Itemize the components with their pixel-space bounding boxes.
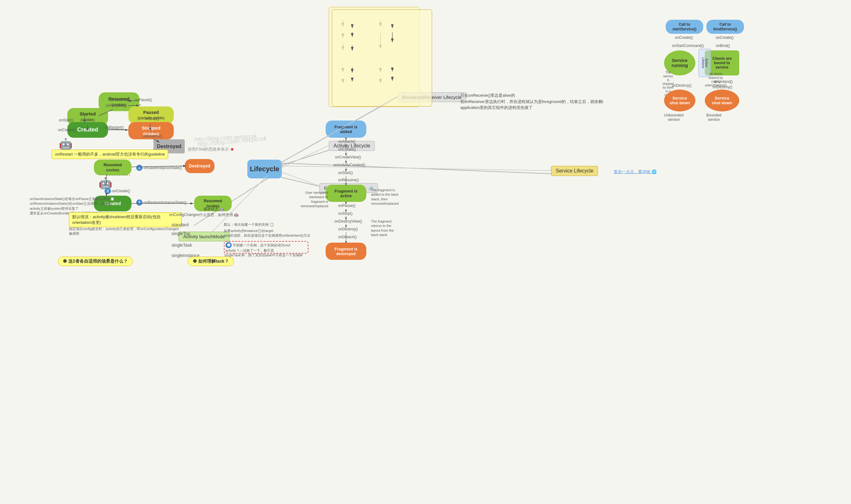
onrestart-note: onRestart 一般用的不多，android官方也没有专行的guidelin… <box>52 150 168 159</box>
singletask-label: singleTask <box>171 242 192 248</box>
fsm-note: 按照FSM的思路来表示 ★ <box>188 146 234 152</box>
lm-note-singletask: ❷ 可创建一个实例，这个实例必须为rootactivity？—试验了一下，貌不是 <box>225 242 290 253</box>
lm-note-singleinstance: 'singleTask'杯，除了其所在task中只有这一个实例杯 <box>224 253 303 258</box>
fragment-added-node: Fragment isadded <box>326 121 366 138</box>
service-lifecycle-label: Service Lifecycle <box>556 168 593 174</box>
paused-node: Paused(partially visible) <box>128 106 174 124</box>
save-resumed-node: Resumed(visible) <box>94 160 131 175</box>
hub-label: Lifecycle <box>250 165 279 173</box>
fragment-text-1: User navigatesbackward orfragment isremo… <box>301 190 328 208</box>
lifecycle-hub: Lifecycle <box>247 160 282 178</box>
fragment-text-3: The fragmentreturns to thelayout from th… <box>371 219 394 237</box>
fragment-destroyed-node: Fragment isdestroyed <box>326 242 366 260</box>
lm-note-default: 默认：每次创建一个新的实例 📋 <box>224 222 274 227</box>
call-bind-service: Call tobindService() <box>706 20 744 34</box>
service-expand-link[interactable]: 复杂一点点，看详细 🌐 <box>614 169 656 175</box>
svc-bounded-label: Boundedservice <box>706 113 721 122</box>
question-1[interactable]: ❷ 这2者各自适用的场景是什么？ <box>58 257 133 266</box>
config-note: onConfigChanges什么意思，如何使用 🤖 <box>169 212 239 218</box>
svg-line-46 <box>282 166 551 170</box>
ondestroy-label: onDestroy() <box>143 134 162 138</box>
onstart-label: onStart() <box>59 118 74 122</box>
main-canvas: http://blog.csdn.net/pcrxk Lifecycle Act… <box>0 0 851 504</box>
orientation-sub: 指定项目config发生时，activity自己来处理，即onConfigura… <box>69 227 182 236</box>
service-shutdown-1: Serviceshut down <box>664 90 695 111</box>
svc-unbounded-label: Unboundedservice <box>664 113 684 122</box>
svc-ondestroy-1: onDestroy() <box>672 83 692 88</box>
svc-oncreate-1: onCreate() <box>675 35 693 40</box>
question-2[interactable]: ❷ 如何理解task？ <box>188 257 234 266</box>
call-start-service: Call tostartService() <box>666 20 703 34</box>
broadcast-text: 只在onReceive()里边是alive的 在onReceiver里边执行时，… <box>460 92 617 111</box>
created-label: Created <box>77 126 98 133</box>
save-destroyed-node: Destroyed <box>185 159 215 173</box>
singletop-label: singleTop <box>171 231 190 236</box>
svc-onbind: onBind() <box>716 43 730 48</box>
onstop-label: onStop() <box>145 116 159 121</box>
onresume-label2: onResume() <box>106 103 126 108</box>
fragment-text-2: The fragment isadded to the backstack, t… <box>371 188 399 206</box>
save-arrow-label-3: 3-onRestoreInstanceState() <box>136 199 187 206</box>
service-diagram: Call tostartService() onCreate() onStart… <box>332 10 432 106</box>
lm-note-singletop: 如果activity的instance已在targettask的顶部，则在该项目… <box>224 229 310 238</box>
oncreate-label: onCreate() <box>58 128 76 132</box>
save-status-label: 保存状态 🤖 <box>203 206 224 212</box>
android-icon-1: 🤖 <box>59 138 73 150</box>
svc-onstartcommand: onStartCommand() <box>672 43 704 48</box>
svg-line-47 <box>282 172 319 186</box>
svg-line-44 <box>282 146 329 167</box>
started-label: Started(visible) <box>79 111 96 122</box>
svc-ondestroy-2: onDestroy() <box>712 85 732 89</box>
svc-oncreate-2: onCreate() <box>716 35 734 40</box>
destroyed-label: Destroyed <box>157 143 181 149</box>
orientation-note: 默认情况：activity被shutdown然后重新启动(包括orientati… <box>69 212 182 227</box>
svg-line-3 <box>274 163 551 174</box>
svc-onunbind: onUnbind() <box>714 79 732 84</box>
onpause-label: onPause() <box>134 98 152 102</box>
onresume-label1: onResume() <box>109 98 130 102</box>
onrestart-label: onRestart() <box>105 125 124 130</box>
save-arrow-label-1: 1-onSaveInstanceState() <box>136 165 182 171</box>
service-shutdown-2: Serviceshut down <box>705 90 739 111</box>
save-oncreate-label: 2-onCreate() <box>98 188 136 194</box>
standard-label: standard <box>171 222 188 227</box>
service-branch: Service Lifecycle <box>551 166 598 176</box>
fragment-active-node: Fragment isactive <box>326 185 366 202</box>
